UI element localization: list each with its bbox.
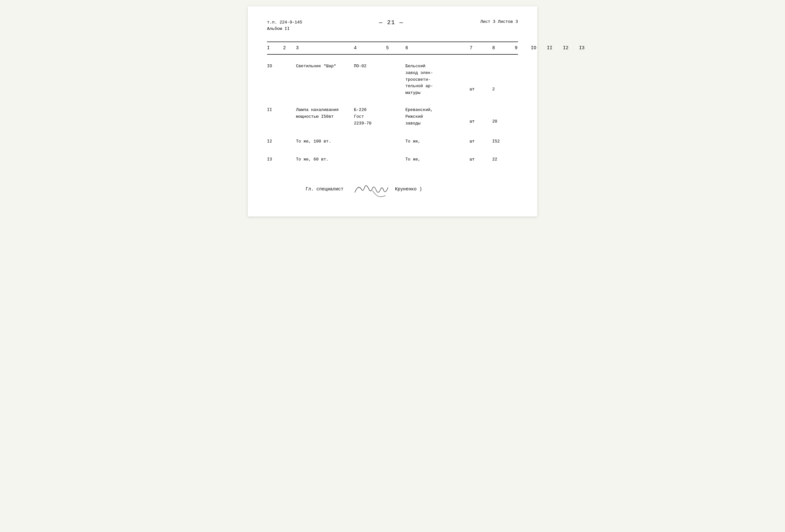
table-row: I2 То же, 100 вт. То же, шт I52 <box>267 136 518 147</box>
header-left: т.п. 224-9-145 Альбом II <box>267 19 302 32</box>
row4-col1: I3 <box>267 156 283 163</box>
sheet-info: Лист 3 Листов 3 <box>480 19 518 24</box>
col-header-10: IO <box>531 45 547 51</box>
col-header-12: I2 <box>563 45 579 51</box>
document-page: т.п. 224-9-145 Альбом II — 21 — Лист 3 Л… <box>248 6 537 217</box>
doc-number: т.п. 224-9-145 <box>267 19 302 26</box>
table-body: IO Светильник "Шар" ПО-02 Бельскийзавод … <box>267 60 518 165</box>
col-header-2: 2 <box>283 45 296 51</box>
col-header-7: 7 <box>470 45 492 51</box>
page-header: т.п. 224-9-145 Альбом II — 21 — Лист 3 Л… <box>267 19 518 32</box>
footer: Гл. специалист Круненко ) <box>267 181 518 197</box>
col-header-13: I3 <box>579 45 595 51</box>
col-header-4: 4 <box>354 45 386 51</box>
row1-col4: ПО-02 <box>354 63 386 70</box>
col-header-1: I <box>267 45 283 51</box>
row2-col7: шт <box>470 118 492 125</box>
row4-col3: То же, 60 вт. <box>296 156 354 163</box>
table-row: II Лампа накаливаниямощностью I50вт Б-22… <box>267 104 518 129</box>
row3-col8: I52 <box>492 138 515 145</box>
album-label: Альбом II <box>267 26 302 32</box>
row4-col7: шт <box>470 156 492 163</box>
row1-col1: IO <box>267 63 283 70</box>
signature-icon <box>353 181 392 197</box>
signature-name: Круненко ) <box>395 186 422 192</box>
table-row: I3 То же, 60 вт. То же, шт 22 <box>267 154 518 165</box>
col-header-3: 3 <box>296 45 354 51</box>
row2-col3: Лампа накаливаниямощностью I50вт <box>296 107 354 120</box>
row4-col8: 22 <box>492 156 515 163</box>
col-header-9: 9 <box>515 45 531 51</box>
column-headers: I 2 3 4 5 6 7 8 9 IO II I2 I3 <box>267 42 518 55</box>
row1-col8: 2 <box>492 86 515 93</box>
col-header-6: 6 <box>405 45 470 51</box>
col-header-5: 5 <box>386 45 405 51</box>
row1-col6: Бельскийзавод элек-троосвети-тельной ар-… <box>405 63 470 97</box>
row4-col6: То же, <box>405 156 470 163</box>
row3-col7: шт <box>470 138 492 145</box>
row3-col3: То же, 100 вт. <box>296 138 354 145</box>
signature-area: Круненко ) <box>353 181 422 197</box>
row1-col7: шт <box>470 86 492 93</box>
row2-col6: Ереванский,Рижскийзаводы <box>405 107 470 127</box>
col-header-11: II <box>547 45 563 51</box>
row3-col1: I2 <box>267 138 283 145</box>
table-row: IO Светильник "Шар" ПО-02 Бельскийзавод … <box>267 60 518 99</box>
col-header-8: 8 <box>492 45 515 51</box>
row1-col3: Светильник "Шар" <box>296 63 354 70</box>
row2-col8: 20 <box>492 118 515 125</box>
specialist-label: Гл. специалист <box>306 186 344 192</box>
row3-col6: То же, <box>405 138 470 145</box>
row2-col1: II <box>267 107 283 113</box>
row2-col4: Б-220Гост2239-70 <box>354 107 386 127</box>
page-number: — 21 — <box>379 19 404 26</box>
